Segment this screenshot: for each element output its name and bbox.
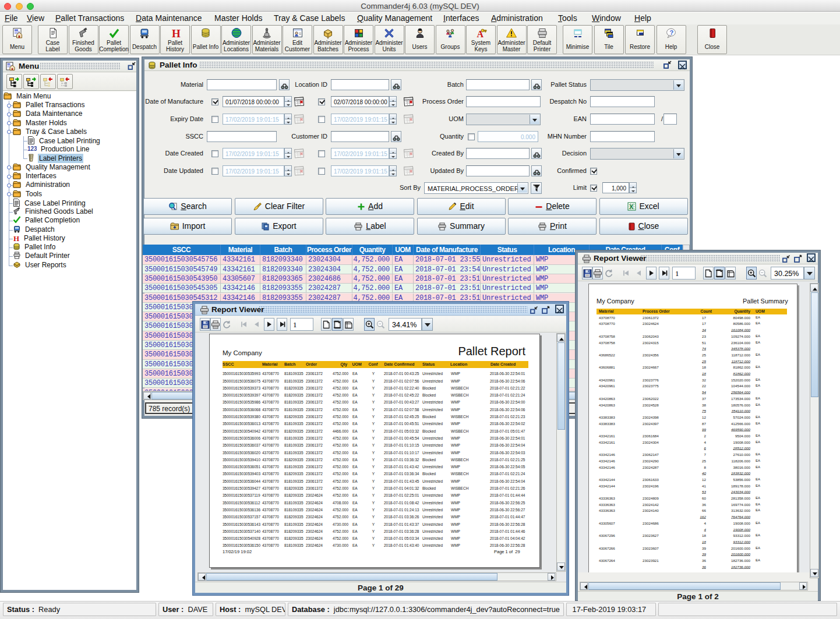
svg-text:?: ?	[670, 29, 674, 36]
svg-text:H: H	[13, 234, 19, 242]
svg-text:123: 123	[27, 146, 37, 152]
svg-text:H: H	[172, 27, 181, 39]
svg-text:X: X	[629, 203, 634, 210]
